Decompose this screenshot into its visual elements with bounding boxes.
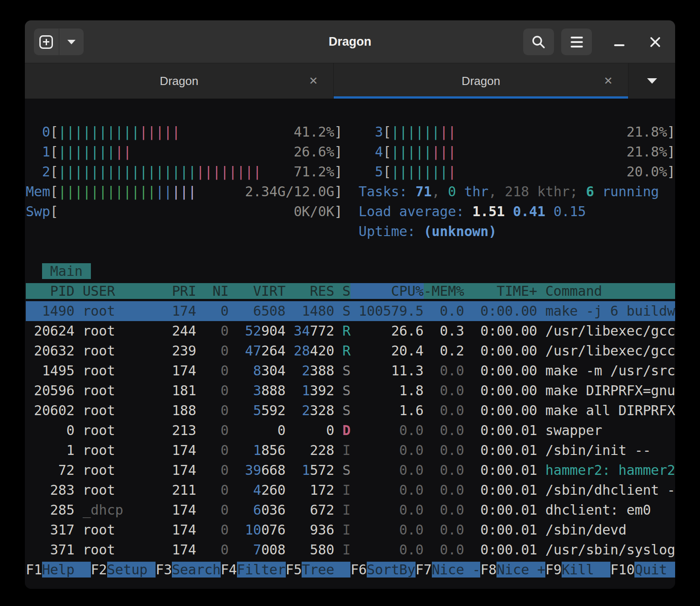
tab-close-icon[interactable]: ✕ bbox=[309, 76, 318, 86]
tab-dragon-1[interactable]: Dragon ✕ bbox=[25, 63, 334, 99]
process-row[interactable]: 371 root 174 0 7008 580 I 0.0 0.0 0:00.0… bbox=[26, 540, 675, 560]
function-key-bar: F1Help F2Setup F3SearchF4FilterF5Tree F6… bbox=[26, 560, 675, 580]
fkey-F5[interactable]: F5Tree bbox=[286, 562, 351, 578]
cpu-meter-row: 0[||||||||||||||| 41.2%] 3[|||||||| 21.8… bbox=[26, 122, 675, 142]
fkey-F4[interactable]: F4Filter bbox=[221, 562, 286, 578]
uptime-row: Uptime: (unknown) bbox=[26, 222, 675, 241]
menu-button[interactable] bbox=[561, 28, 592, 55]
table-header[interactable]: PID USER PRI NI VIRT RES S CPU%-MEM% TIM… bbox=[26, 281, 675, 301]
tabs-dropdown-icon bbox=[647, 78, 657, 84]
fkey-F7[interactable]: F7Nice - bbox=[416, 562, 481, 578]
cpu-meter-row: 1[||||||||| 26.6%] 4[|||||||| 21.8%] bbox=[26, 142, 675, 162]
minimize-button[interactable] bbox=[609, 28, 629, 55]
close-icon bbox=[649, 36, 661, 48]
process-row[interactable]: 1495 root 174 0 8304 2388 S 11.3 0.0 0:0… bbox=[26, 361, 675, 381]
tabs-dropdown-button[interactable] bbox=[629, 63, 675, 99]
new-tab-split-button bbox=[34, 28, 84, 55]
close-button[interactable] bbox=[645, 28, 665, 55]
new-tab-menu-button[interactable] bbox=[59, 28, 84, 55]
fkey-F9[interactable]: F9Kill bbox=[545, 562, 610, 578]
search-icon bbox=[531, 34, 546, 50]
process-row[interactable]: 317 root 174 0 10076 936 I 0.0 0.0 0:00.… bbox=[26, 520, 675, 540]
panel-tab-label: Main bbox=[42, 263, 91, 279]
process-row[interactable]: 20632 root 239 0 47264 28420 R 20.4 0.2 … bbox=[26, 341, 675, 361]
cpu-meter-row: 2[||||||||||||||||||||||||| 71.2%] 5[|||… bbox=[26, 162, 675, 182]
fkey-F6[interactable]: F6SortBy bbox=[350, 562, 416, 578]
fkey-F8[interactable]: F8Nice + bbox=[480, 562, 545, 578]
chevron-down-icon bbox=[67, 40, 76, 44]
process-row[interactable]: 285 _dhcp 174 0 6036 672 I 0.0 0.0 0:00.… bbox=[26, 500, 675, 520]
tab-label: Dragon bbox=[462, 74, 500, 88]
process-row[interactable]: 0 root 213 0 0 0 D 0.0 0.0 0:00.01 swapp… bbox=[26, 421, 675, 440]
process-row[interactable]: 1 root 174 0 1856 228 I 0.0 0.0 0:00.01 … bbox=[26, 440, 675, 460]
mem-meter-row: Mem[||||||||||||||||| 2.34G/12.0G] Tasks… bbox=[26, 182, 675, 202]
process-row[interactable]: 1490 root 174 0 6508 1480 S 100579.5 0.0… bbox=[26, 301, 675, 321]
process-row[interactable]: 72 root 174 0 39668 1572 S 0.0 0.0 0:00.… bbox=[26, 460, 675, 480]
tab-label: Dragon bbox=[160, 74, 198, 88]
process-row[interactable]: 283 root 211 0 4260 172 I 0.0 0.0 0:00.0… bbox=[26, 480, 675, 500]
terminal-screen[interactable]: 0[||||||||||||||| 41.2%] 3[|||||||| 21.8… bbox=[25, 99, 675, 589]
swap-meter-row: Swp[ 0K/0K] Load average: 1.51 0.41 0.15 bbox=[26, 202, 675, 222]
tab-bar: Dragon ✕ Dragon ✕ bbox=[25, 63, 675, 99]
tab-close-icon[interactable]: ✕ bbox=[604, 76, 613, 86]
headerbar: Dragon bbox=[25, 20, 675, 63]
process-row[interactable]: 20596 root 181 0 3888 1392 S 1.8 0.0 0:0… bbox=[26, 381, 675, 401]
search-button[interactable] bbox=[523, 28, 554, 55]
menu-icon bbox=[571, 37, 583, 47]
fkey-F2[interactable]: F2Setup bbox=[91, 562, 156, 578]
terminal-window: Dragon bbox=[25, 20, 675, 589]
process-row[interactable]: 20602 root 188 0 5592 2328 S 1.6 0.0 0:0… bbox=[26, 401, 675, 421]
panel-tab-main[interactable]: Main bbox=[26, 261, 675, 281]
fkey-F1[interactable]: F1Help bbox=[26, 562, 91, 578]
new-tab-button[interactable] bbox=[34, 28, 59, 55]
tab-dragon-2[interactable]: Dragon ✕ bbox=[334, 63, 629, 99]
fkey-F3[interactable]: F3Search bbox=[156, 562, 221, 578]
fkey-F10[interactable]: F10Quit bbox=[610, 562, 675, 578]
minimize-icon bbox=[614, 44, 624, 46]
blank-row bbox=[26, 241, 675, 261]
new-tab-icon bbox=[39, 35, 53, 49]
process-row[interactable]: 20624 root 244 0 52904 34772 R 26.6 0.3 … bbox=[26, 321, 675, 341]
